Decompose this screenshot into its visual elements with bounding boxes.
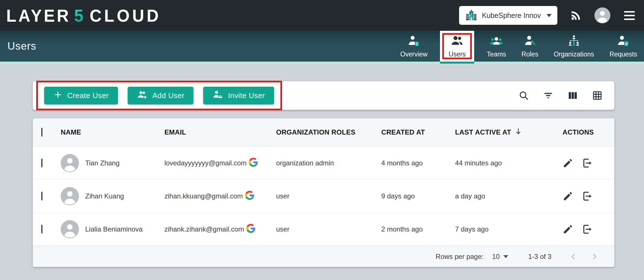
- person-add-icon: [137, 89, 148, 102]
- remove-user-icon[interactable]: [581, 224, 593, 235]
- tab-label: Overview: [400, 50, 427, 58]
- user-email: zihank.zihank@gmail.com: [164, 225, 244, 233]
- add-user-button[interactable]: Add User: [128, 87, 193, 104]
- tab-organizations[interactable]: Organizations: [551, 31, 597, 62]
- pager-controls: [569, 252, 599, 261]
- table-pagination: Rows per page: 10 1-3 of 3: [33, 246, 614, 267]
- tab-requests[interactable]: Requests: [607, 31, 640, 62]
- rss-feed-icon[interactable]: [569, 9, 582, 22]
- user-email: zihan.kkuang@gmail.com: [164, 192, 243, 200]
- invite-user-label: Invite User: [228, 91, 265, 100]
- rows-per-page-value: 10: [492, 253, 500, 261]
- plus-icon: [53, 90, 62, 101]
- avatar: [61, 154, 79, 172]
- user-avatar[interactable]: [594, 7, 610, 23]
- tab-users[interactable]: Users: [440, 31, 474, 62]
- logo-text-five: 5: [74, 5, 84, 25]
- nav-accent-line: [0, 62, 644, 64]
- person-clipboard-icon: [616, 34, 630, 48]
- table-tools: [518, 90, 603, 101]
- users-table: NAME EMAIL ORGANIZATION ROLES CREATED AT…: [33, 118, 614, 267]
- row-checkbox[interactable]: [41, 192, 42, 200]
- app-header: LAYER5 CLOUD: [0, 0, 644, 31]
- google-icon: [246, 224, 255, 235]
- create-user-label: Create User: [67, 91, 109, 100]
- tab-label: Roles: [521, 50, 538, 58]
- tab-overview[interactable]: Overview: [397, 31, 430, 62]
- previous-page-icon[interactable]: [569, 252, 578, 261]
- person-invite-icon: [212, 89, 223, 102]
- column-header-label: LAST ACTIVE AT: [455, 128, 511, 136]
- avatar: [61, 220, 79, 238]
- grid-view-icon[interactable]: [592, 90, 603, 101]
- tab-teams[interactable]: Teams: [484, 31, 509, 62]
- search-icon[interactable]: [518, 90, 529, 101]
- column-header-email[interactable]: EMAIL: [164, 128, 276, 136]
- header-actions: KubeSphere Innov: [459, 6, 637, 25]
- menu-icon[interactable]: [622, 9, 637, 22]
- table-row[interactable]: Lialia Beniaminova zihank.zihank@gmail.c…: [33, 213, 614, 246]
- rows-per-page-label: Rows per page:: [436, 253, 484, 261]
- filter-icon[interactable]: [543, 90, 554, 101]
- select-all-checkbox[interactable]: [41, 128, 42, 137]
- google-icon: [249, 158, 258, 169]
- table-header-row: NAME EMAIL ORGANIZATION ROLES CREATED AT…: [33, 118, 614, 147]
- logo-text-layer: LAYER: [6, 5, 71, 25]
- column-header-org-roles[interactable]: ORGANIZATION ROLES: [276, 128, 381, 136]
- avatar: [61, 187, 79, 205]
- remove-user-icon[interactable]: [581, 190, 593, 202]
- chevron-down-icon: [503, 255, 508, 258]
- page-title: Users: [0, 40, 36, 52]
- tab-label: Organizations: [554, 50, 594, 58]
- created-at: 2 months ago: [381, 225, 455, 233]
- org-roles: user: [276, 192, 381, 200]
- column-header-last-active-at[interactable]: LAST ACTIVE AT: [455, 127, 557, 137]
- row-checkbox[interactable]: [41, 225, 42, 234]
- invite-user-button[interactable]: Invite User: [203, 87, 274, 104]
- google-icon: [245, 191, 254, 202]
- logo-text-cloud: CLOUD: [90, 5, 161, 25]
- annotation-box-user-buttons: Create User Add User: [36, 81, 282, 110]
- person-badge-icon: [407, 34, 421, 48]
- user-name: Tian Zhang: [85, 159, 120, 167]
- users-toolbar: Create User Add User: [33, 81, 614, 110]
- building-icon: [465, 9, 478, 22]
- chevron-down-icon: [547, 14, 552, 17]
- next-page-icon[interactable]: [590, 252, 599, 261]
- user-name: Zihan Kuang: [85, 192, 124, 200]
- rows-per-page-select[interactable]: 10: [492, 253, 508, 261]
- table-row[interactable]: Zihan Kuang zihan.kkuang@gmail.com user …: [33, 180, 614, 213]
- created-at: 4 months ago: [381, 159, 455, 167]
- user-email: lovedayyyyyyy@gmail.com: [164, 159, 246, 167]
- remove-user-icon[interactable]: [581, 157, 593, 169]
- pagination-range: 1-3 of 3: [528, 253, 551, 261]
- user-name: Lialia Beniaminova: [85, 225, 142, 233]
- edit-user-icon[interactable]: [563, 158, 573, 169]
- edit-user-icon[interactable]: [563, 224, 573, 235]
- table-row[interactable]: Tian Zhang lovedayyyyyyy@gmail.com organ…: [33, 147, 614, 180]
- tab-label: Teams: [487, 50, 506, 58]
- nav-tabs: Overview Users: [397, 31, 644, 62]
- column-header-name[interactable]: NAME: [61, 128, 164, 136]
- last-active-at: 7 days ago: [455, 225, 557, 233]
- organization-selector-value: KubeSphere Innov: [482, 11, 541, 20]
- sort-desc-icon: [514, 127, 523, 137]
- edit-user-icon[interactable]: [563, 191, 573, 202]
- column-header-actions: ACTIONS: [557, 128, 614, 136]
- layer5-cloud-logo[interactable]: LAYER5 CLOUD: [6, 6, 161, 25]
- tab-label: Users: [449, 50, 466, 58]
- tab-roles[interactable]: Roles: [519, 31, 541, 62]
- row-checkbox[interactable]: [41, 159, 42, 167]
- person-key-icon: [523, 34, 537, 48]
- people-icon: [450, 34, 464, 48]
- add-user-label: Add User: [152, 91, 184, 100]
- last-active-at: 44 minutes ago: [455, 159, 557, 167]
- view-columns-icon[interactable]: [567, 90, 578, 101]
- org-roles: user: [276, 225, 381, 233]
- tab-label: Requests: [610, 50, 637, 58]
- created-at: 9 days ago: [381, 192, 455, 200]
- last-active-at: a day ago: [455, 192, 557, 200]
- create-user-button[interactable]: Create User: [44, 87, 118, 104]
- column-header-created-at[interactable]: CREATED AT: [381, 128, 455, 136]
- organization-selector[interactable]: KubeSphere Innov: [459, 6, 557, 25]
